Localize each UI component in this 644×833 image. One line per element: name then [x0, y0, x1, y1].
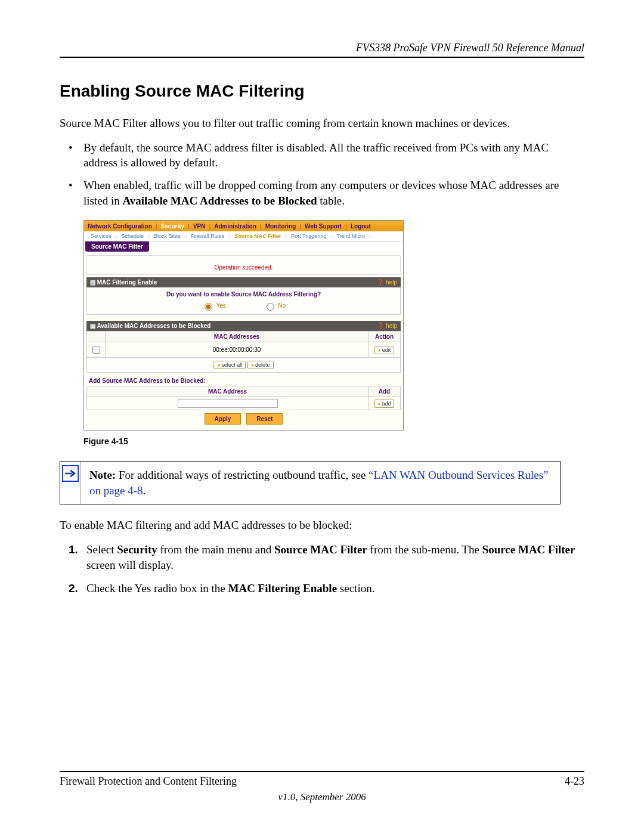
panel-title: ▤ MAC Filtering Enable — [90, 279, 157, 286]
steps-list: Select Security from the main menu and S… — [69, 542, 584, 596]
col-add: Add — [369, 386, 401, 397]
submenu-item-firewall-rules[interactable]: Firewall Rules — [187, 233, 228, 239]
status-message: Operation succeeded. — [86, 255, 401, 275]
help-link[interactable]: ❓ help — [377, 279, 397, 286]
add-mac-heading: Add Source MAC Address to be Blocked: — [86, 373, 401, 386]
panel-head-mac-enable: ▤ MAC Filtering Enable ❓ help — [86, 277, 401, 287]
submenu-item-port-triggering[interactable]: Port Triggering — [287, 233, 330, 239]
bullet-item: When enabled, traffic will be dropped co… — [69, 178, 584, 208]
screenshot: Network Configuration|Security|VPN|Admin… — [83, 220, 404, 431]
add-button[interactable]: add — [374, 400, 395, 408]
submenu-item-source-mac-filter[interactable]: Source MAC Filter — [231, 233, 284, 239]
mac-table: MAC Addresses Action 00:ee:00:00:00:30 e… — [86, 331, 401, 358]
bullet-item: By default, the source MAC address filte… — [69, 140, 584, 171]
main-menu: Network Configuration|Security|VPN|Admin… — [84, 221, 403, 231]
step-item: Select Security from the main menu and S… — [69, 542, 584, 572]
add-mac-table: MAC Address Add add — [86, 386, 401, 410]
row-checkbox[interactable] — [92, 346, 100, 354]
menu-item-web-support[interactable]: Web Support — [301, 223, 345, 230]
panel-head-available-mac: ▤ Available MAC Addresses to be Blocked … — [86, 321, 401, 331]
col-action: Action — [369, 332, 401, 342]
radio-no[interactable]: No — [264, 302, 286, 309]
arrow-icon — [60, 462, 81, 504]
radio-yes[interactable]: Yes — [202, 302, 226, 309]
menu-item-logout[interactable]: Logout — [347, 223, 374, 230]
footer-page: 4-23 — [565, 775, 584, 788]
step-item: Check the Yes radio box in the MAC Filte… — [69, 581, 584, 596]
sub-menu: ::Services::Schedule::Block Sites::Firew… — [84, 231, 403, 241]
enable-question: Do you want to enable Source MAC Address… — [91, 291, 397, 298]
panel-title: ▤ Available MAC Addresses to be Blocked — [90, 323, 210, 329]
menu-item-vpn[interactable]: VPN — [190, 223, 209, 230]
active-tab[interactable]: Source MAC Filter — [85, 241, 149, 252]
apply-button[interactable]: Apply — [205, 413, 242, 425]
table-row: 00:ee:00:00:00:30 edit — [87, 342, 401, 358]
figure-label: Figure 4-15 — [83, 436, 584, 446]
section-intro: Source MAC Filter allows you to filter o… — [60, 116, 584, 131]
col-mac-address: MAC Address — [87, 386, 369, 397]
footer-chapter: Firewall Protection and Content Filterin… — [60, 775, 237, 788]
header-manual-title: FVS338 ProSafe VPN Firewall 50 Reference… — [60, 42, 584, 58]
mac-input[interactable] — [178, 399, 278, 408]
menu-item-security[interactable]: Security — [157, 223, 188, 230]
menu-item-administration[interactable]: Administration — [210, 223, 260, 230]
submenu-item-block-sites[interactable]: Block Sites — [150, 233, 184, 239]
submenu-item-schedule[interactable]: Schedule — [118, 233, 148, 239]
submenu-item-services[interactable]: Services — [87, 233, 115, 239]
mac-cell: 00:ee:00:00:00:30 — [106, 342, 369, 358]
submenu-item-trend-micro[interactable]: Trend Micro — [333, 233, 369, 239]
reset-button[interactable]: Reset — [246, 413, 283, 425]
help-link[interactable]: ❓ help — [377, 323, 397, 329]
menu-item-monitoring[interactable]: Monitoring — [262, 223, 300, 230]
delete-button[interactable]: delete — [247, 361, 273, 369]
footer-version: v1.0, September 2006 — [60, 791, 584, 803]
steps-intro: To enable MAC filtering and add MAC addr… — [60, 518, 584, 533]
section-title: Enabling Source MAC Filtering — [60, 82, 584, 101]
note-box: Note: For additional ways of restricting… — [60, 461, 561, 504]
menu-item-network-configuration[interactable]: Network Configuration — [84, 223, 156, 230]
note-text: Note: For additional ways of restricting… — [81, 462, 560, 504]
select-all-button[interactable]: select all — [213, 361, 246, 369]
bullet-list: By default, the source MAC address filte… — [69, 140, 584, 209]
edit-button[interactable]: edit — [374, 346, 394, 354]
col-mac: MAC Addresses — [106, 332, 369, 342]
